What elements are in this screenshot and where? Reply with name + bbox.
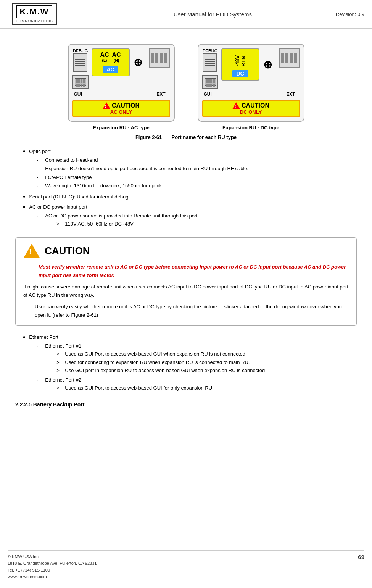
optic-sub-3: - LC/APC Female type bbox=[37, 174, 357, 181]
optic-sub-4: - Wavelength: 1310nm for downlink, 1550n… bbox=[37, 182, 357, 190]
ac-ethernet-port bbox=[72, 75, 89, 89]
bullet-serial-port: • Serial port (DEBUG): Used for internal… bbox=[15, 193, 357, 201]
section-heading: 2.2.2.5 Battery Backup Port bbox=[15, 401, 357, 408]
dc-debug-port bbox=[203, 53, 217, 72]
logo-comm: COMMUNICATIONS bbox=[16, 19, 53, 23]
footer-address: 1818 E. Orangethrope Ave, Fullerton, CA … bbox=[8, 560, 97, 567]
eth-port1-sub: > Used as GUI Port to access web-based G… bbox=[56, 350, 357, 374]
logo-area: K.M.W COMMUNICATIONS bbox=[8, 3, 61, 25]
caution-body1: It might cause severe damage of remote u… bbox=[23, 283, 349, 300]
dc-connector-symbol: ⊕ bbox=[263, 58, 272, 71]
bullet-dot-3: • bbox=[23, 203, 25, 212]
ac-badge: AC bbox=[103, 66, 118, 73]
caption-text: Port name for each RU type bbox=[172, 134, 237, 140]
dc-power-block: -48V RTN DC bbox=[221, 48, 259, 81]
figure-caption: Figure 2-61 Port name for each RU type bbox=[15, 134, 357, 140]
dc-type-diagram: DEBUG bbox=[198, 44, 304, 130]
dc-ethernet-port bbox=[202, 75, 218, 89]
caution-box-header: CAUTION bbox=[23, 244, 349, 258]
bullet-dot-2: • bbox=[23, 193, 25, 201]
dc-ext-port bbox=[279, 48, 300, 68]
ac-caution-triangle-icon bbox=[103, 102, 110, 109]
caution-box-triangle-icon bbox=[23, 244, 40, 258]
dc-gui-ext-row: GUI EXT bbox=[202, 92, 300, 97]
footer-company: © KMW USA Inc. bbox=[8, 554, 97, 561]
dc-gui-label: GUI bbox=[204, 92, 212, 97]
eth-port1-sub-3: > Use GUI port in expansion RU to access… bbox=[56, 367, 357, 374]
power-sub-1: - AC or DC power source is provided into… bbox=[37, 212, 357, 229]
bullet-ethernet-port: • Ethernet Port - Ethernet Port #1 > Use… bbox=[15, 333, 357, 394]
bullet-list-1: • Optic port - Connected to Head-end - E… bbox=[15, 148, 357, 230]
dc-caution-sub: DC ONLY bbox=[240, 109, 262, 115]
dc-48v-label: -48V bbox=[235, 55, 240, 67]
caution-box-title: CAUTION bbox=[45, 245, 90, 257]
ac-type-label: Expansion RU - AC type bbox=[93, 125, 149, 130]
dc-caution-badge: CAUTION DC ONLY bbox=[202, 100, 300, 117]
eth-port-2: - Ethernet Port #2 > Used as GUI Port to… bbox=[37, 376, 357, 393]
dc-caution-text: CAUTION bbox=[242, 102, 269, 109]
dc-ru-center: -48V RTN DC ⊕ bbox=[221, 48, 276, 81]
figures-row: DEBUG bbox=[15, 44, 357, 130]
header-revision: Revision: 0.9 bbox=[336, 11, 364, 17]
bullet-list-2: • Ethernet Port - Ethernet Port #1 > Use… bbox=[15, 333, 357, 394]
ac-debug-port bbox=[73, 53, 87, 72]
dc-rtn-label: RTN bbox=[241, 56, 246, 67]
bullet-power-port: • AC or DC power input port - AC or DC p… bbox=[15, 203, 357, 230]
dc-ext-label: EXT bbox=[286, 92, 295, 97]
page-footer: © KMW USA Inc. 1818 E. Orangethrope Ave,… bbox=[8, 550, 364, 580]
ac-ru-center: AC (L) AC (N) AC ⊕ bbox=[92, 48, 146, 76]
dc-ru-left: DEBUG bbox=[202, 48, 218, 89]
ac-gui-label: GUI bbox=[74, 92, 82, 97]
optic-sub-list: - Connected to Head-end - Expansion RU d… bbox=[37, 156, 357, 190]
ac-ru-left: DEBUG bbox=[72, 48, 89, 89]
eth-port1-sub-2: > Used for connecting to expansion RU wh… bbox=[56, 359, 357, 366]
optic-port-text: Optic port - Connected to Head-end - Exp… bbox=[29, 148, 357, 191]
eth-port2-sub-1: > Used as GUI Port to access web-based G… bbox=[56, 384, 357, 392]
page-header: K.M.W COMMUNICATIONS User Manual for POD… bbox=[0, 0, 372, 29]
footer-website: www.kmwcomm.com bbox=[8, 574, 97, 580]
optic-sub-2: - Expansion RU doesn't need optic port b… bbox=[37, 165, 357, 172]
power-110v: > 110V AC, 50~60Hz or DC -48V bbox=[56, 220, 357, 228]
logo-kmw: K.M.W bbox=[16, 5, 52, 18]
eth-sub-list: - Ethernet Port #1 > Used as GUI Port to… bbox=[37, 342, 357, 393]
ethernet-port-text: Ethernet Port - Ethernet Port #1 > Used … bbox=[29, 333, 357, 394]
dc-debug-label: DEBUG bbox=[203, 48, 218, 53]
power-sub-list: - AC or DC power source is provided into… bbox=[37, 212, 357, 229]
serial-port-text: Serial port (DEBUG): Used for internal d… bbox=[29, 193, 357, 201]
ac-type-diagram: DEBUG bbox=[68, 44, 175, 130]
caution-box-body: Must verify whether remote unit is AC or… bbox=[23, 263, 349, 320]
dc-badge: DC bbox=[232, 70, 248, 77]
ac-ext-port bbox=[149, 48, 170, 68]
ac-ru-box: DEBUG bbox=[68, 44, 175, 122]
power-sub-sub-list: > 110V AC, 50~60Hz or DC -48V bbox=[56, 220, 357, 228]
optic-sub-1: - Connected to Head-end bbox=[37, 156, 357, 164]
bullet-optic-port: • Optic port - Connected to Head-end - E… bbox=[15, 148, 357, 191]
bullet-dot-eth: • bbox=[23, 333, 25, 342]
power-port-text: AC or DC power input port - AC or DC pow… bbox=[29, 203, 357, 230]
header-title: User Manual for POD Systems bbox=[61, 11, 364, 18]
eth-port2-sub: > Used as GUI Port to access web-based G… bbox=[56, 384, 357, 392]
ac-gui-ext-row: GUI EXT bbox=[72, 92, 170, 97]
bullet-dot-1: • bbox=[23, 148, 25, 156]
dc-type-label: Expansion RU - DC type bbox=[222, 125, 279, 130]
caution-box: CAUTION Must verify whether remote unit … bbox=[15, 237, 357, 326]
ac-connector-symbol: ⊕ bbox=[134, 56, 142, 69]
footer-left: © KMW USA Inc. 1818 E. Orangethrope Ave,… bbox=[8, 554, 97, 580]
dc-caution-triangle-icon bbox=[232, 102, 240, 109]
ac-debug-label: DEBUG bbox=[73, 48, 88, 53]
eth-port1-sub-1: > Used as GUI Port to access web-based G… bbox=[56, 350, 357, 358]
ac-caution-sub: AC ONLY bbox=[110, 109, 132, 115]
eth-port-1: - Ethernet Port #1 > Used as GUI Port to… bbox=[37, 342, 357, 375]
main-content: DEBUG bbox=[0, 29, 372, 418]
logo-box: K.M.W COMMUNICATIONS bbox=[12, 3, 56, 25]
ac-caution-badge: CAUTION AC ONLY bbox=[72, 100, 170, 117]
footer-tel: Tel. +1 (714) 515-1100 bbox=[8, 567, 97, 574]
caution-body2: User can verify easily whether remote un… bbox=[35, 303, 349, 319]
footer-page: 69 bbox=[358, 554, 364, 560]
caption-num: Figure 2-61 bbox=[135, 134, 162, 140]
ac-caution-text: CAUTION bbox=[112, 102, 140, 109]
ac-power-block: AC (L) AC (N) AC bbox=[92, 48, 130, 76]
caution-italic-text: Must verify whether remote unit is AC or… bbox=[39, 264, 346, 278]
dc-ru-box: DEBUG bbox=[198, 44, 304, 122]
ac-ext-label: EXT bbox=[156, 92, 165, 97]
